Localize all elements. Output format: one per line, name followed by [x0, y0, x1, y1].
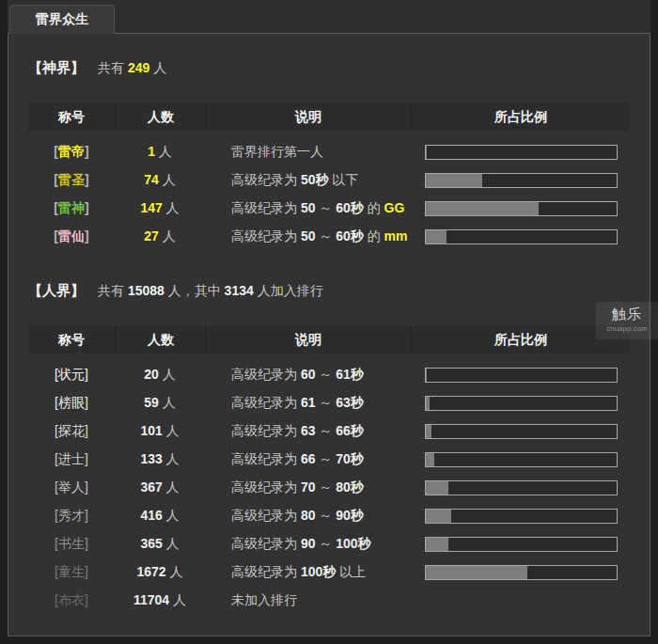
- text-segment: 60秒: [336, 200, 364, 215]
- count-cell: 27 人: [115, 228, 205, 245]
- count-unit: 人: [159, 395, 176, 410]
- rank-title: 雷神: [58, 200, 85, 215]
- text-segment: 共有: [98, 60, 128, 75]
- table-row: [状元]20 人高级纪录为 60 ～ 61秒: [28, 361, 630, 389]
- rank-title: 雷仙: [58, 228, 85, 243]
- count-unit: 人: [169, 592, 186, 607]
- text-segment: 高级纪录为: [231, 564, 301, 579]
- ratio-cell: [410, 452, 630, 467]
- bracket: ]: [85, 536, 88, 551]
- section-heading: 【人界】: [28, 282, 85, 300]
- count-cell: 101 人: [115, 423, 205, 440]
- text-segment: ～: [315, 395, 336, 410]
- ratio-bar: [425, 396, 618, 411]
- count-unit: 人: [163, 451, 180, 466]
- count-value: 365: [140, 536, 162, 551]
- ratio-cell: [410, 368, 630, 383]
- count-unit: 人: [166, 564, 183, 579]
- ratio-bar-fill: [426, 510, 451, 523]
- ratio-cell: [410, 537, 630, 552]
- text-segment: 70秒: [336, 451, 364, 466]
- ratio-cell: [410, 480, 630, 495]
- count-cell: 11704 人: [115, 592, 205, 609]
- tab-thunder-realm-beings[interactable]: 雷界众生: [9, 5, 115, 34]
- count-cell: 1 人: [115, 144, 205, 161]
- bracket: ]: [85, 395, 88, 410]
- bracket: ]: [85, 508, 88, 523]
- table-row: [布衣]11704 人未加入排行: [28, 587, 630, 615]
- ratio-bar-fill: [426, 538, 448, 551]
- text-segment: ～: [315, 536, 336, 551]
- bracket: ]: [85, 479, 88, 495]
- desc-cell: 雷界排行第一人: [205, 144, 410, 161]
- ratio-bar: [425, 537, 618, 552]
- rank-title: 雷帝: [58, 144, 85, 159]
- watermark-domain: chuapp.com: [596, 323, 658, 333]
- count-value: 416: [140, 508, 162, 523]
- text-segment: 50秒: [301, 172, 329, 187]
- table-row: [榜眼]59 人高级纪录为 61 ～ 63秒: [28, 389, 630, 417]
- rank-title: 雷圣: [58, 172, 85, 187]
- count-cell: 365 人: [115, 536, 205, 553]
- ratio-bar: [425, 229, 618, 244]
- bracket: ]: [85, 592, 88, 607]
- text-segment: 15088: [128, 283, 164, 298]
- count-value: 1: [148, 144, 155, 159]
- table-row: [雷圣]74 人高级纪录为 50秒 以下: [28, 166, 630, 195]
- rank-title: 举人: [58, 479, 85, 495]
- table-row: [童生]1672 人高级纪录为 100秒 以上: [28, 558, 630, 587]
- title-cell: [进士]: [28, 451, 115, 468]
- table-row: [雷仙]27 人高级纪录为 50 ～ 60秒 的 mm: [28, 223, 630, 251]
- text-segment: 66秒: [336, 423, 364, 438]
- count-unit: 人: [163, 479, 180, 495]
- ratio-cell: [410, 201, 630, 216]
- title-cell: [雷神]: [28, 200, 115, 217]
- section-header: 【人界】 共有 15088 人，其中 3134 人加入排行: [28, 251, 630, 300]
- bracket: ]: [85, 451, 88, 466]
- rank-title: 榜眼: [58, 395, 85, 410]
- ratio-bar-fill: [426, 230, 446, 243]
- text-segment: 高级纪录为: [231, 536, 301, 551]
- count-value: 74: [144, 172, 159, 187]
- text-segment: 人加入排行: [254, 283, 323, 298]
- ratio-bar: [425, 145, 618, 160]
- desc-cell: 高级纪录为 50 ～ 60秒 的 mm: [205, 228, 410, 245]
- count-value: 133: [140, 451, 162, 466]
- desc-cell: 高级纪录为 70 ～ 80秒: [205, 479, 410, 496]
- text-segment: 100秒: [336, 536, 370, 551]
- section-god-realm: 【神界】 共有 249 人 称号人数说明所占比例 [雷帝]1 人雷界排行第一人[…: [28, 34, 630, 251]
- text-segment: 高级纪录为: [231, 395, 301, 410]
- rank-title: 状元: [58, 367, 85, 382]
- text-segment: ～: [315, 423, 336, 438]
- table-row: [书生]365 人高级纪录为 90 ～ 100秒: [28, 530, 630, 558]
- bracket: ]: [85, 144, 89, 159]
- text-segment: 50: [301, 200, 316, 215]
- ratio-cell: [410, 173, 630, 188]
- text-segment: 249: [128, 60, 149, 75]
- rank-title: 布衣: [58, 592, 85, 607]
- text-segment: ～: [315, 200, 336, 215]
- column-header: 所占比例: [410, 102, 630, 131]
- ratio-cell: [410, 424, 630, 439]
- text-segment: 100秒: [301, 564, 336, 579]
- text-segment: 80: [301, 508, 316, 523]
- bracket: ]: [85, 172, 89, 187]
- count-value: 101: [140, 423, 162, 438]
- text-segment: 的: [364, 228, 384, 243]
- table-row: [探花]101 人高级纪录为 63 ～ 66秒: [28, 417, 630, 446]
- text-segment: 高级纪录为: [231, 423, 301, 438]
- text-segment: 66: [301, 451, 316, 466]
- text-segment: 雷界排行第一人: [231, 144, 323, 159]
- ratio-bar-fill: [426, 146, 427, 159]
- count-unit: 人: [163, 423, 180, 438]
- text-segment: 人，其中: [164, 283, 225, 298]
- title-cell: [雷帝]: [28, 144, 115, 161]
- rank-title: 进士: [58, 451, 85, 466]
- count-value: 11704: [133, 592, 169, 607]
- count-value: 27: [144, 228, 159, 243]
- count-unit: 人: [155, 144, 172, 159]
- ratio-bar-fill: [426, 481, 448, 495]
- title-cell: [雷圣]: [28, 172, 115, 189]
- count-value: 59: [144, 395, 159, 410]
- watermark: 触乐 chuapp.com: [596, 302, 658, 339]
